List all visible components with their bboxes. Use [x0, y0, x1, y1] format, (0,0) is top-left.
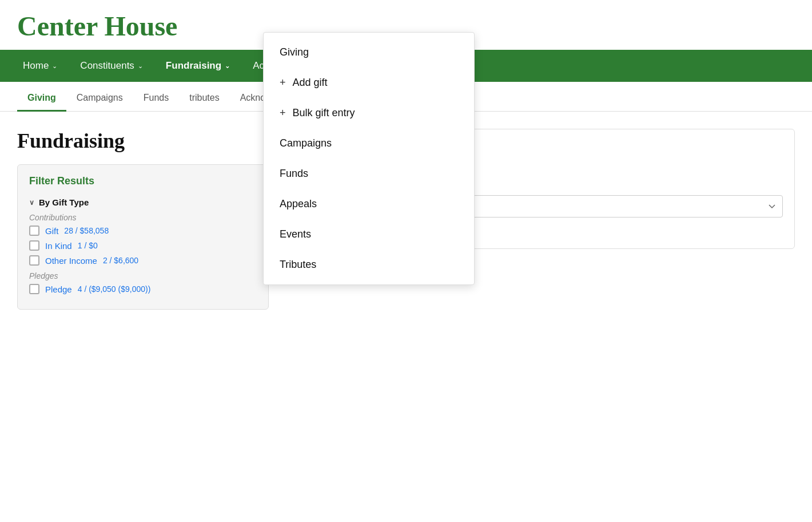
dropdown-bulk-gift-label: Bulk gift entry [293, 107, 355, 119]
dropdown-tributes-label: Tributes [280, 259, 316, 271]
tab-tributes[interactable]: tributes [179, 85, 229, 112]
chevron-down-icon: ∨ [29, 199, 34, 207]
nav-fundraising-label: Fundraising [166, 60, 221, 72]
tab-giving-label: Giving [27, 93, 56, 102]
filter-checkbox-gift[interactable] [29, 226, 39, 236]
dropdown-item-funds[interactable]: Funds [264, 159, 474, 189]
dropdown-item-add-gift[interactable]: + Add gift [264, 68, 474, 98]
tab-tributes-label: tributes [189, 93, 219, 102]
left-panel: Fundraising Filter Results ∨ By Gift Typ… [17, 129, 269, 310]
filter-other-income-label[interactable]: Other Income [45, 256, 97, 266]
filter-item-pledge: Pledge 4 / ($9,050 ($9,000)) [29, 284, 257, 294]
nav-constituents-label: Constituents [80, 60, 134, 72]
filter-pledge-label[interactable]: Pledge [45, 284, 72, 294]
nav-item-fundraising[interactable]: Fundraising ⌄ [154, 50, 241, 82]
nav-home-chevron: ⌄ [52, 62, 57, 70]
filter-checkbox-in-kind[interactable] [29, 240, 39, 251]
dropdown-events-label: Events [280, 228, 311, 240]
nav-constituents-chevron: ⌄ [138, 62, 143, 70]
filter-pledge-count: 4 / ($9,050 ($9,000)) [78, 284, 151, 294]
nav-home-label: Home [23, 60, 49, 72]
filter-item-other-income: Other Income 2 / $6,600 [29, 255, 257, 266]
filter-gift-count: 28 / $58,058 [64, 226, 109, 235]
filter-section-gift-type[interactable]: ∨ By Gift Type [29, 197, 257, 207]
filter-section-gift-type-label: By Gift Type [39, 197, 89, 207]
dropdown-item-events[interactable]: Events [264, 219, 474, 250]
dropdown-item-appeals[interactable]: Appeals [264, 189, 474, 219]
tab-funds-label: Funds [144, 93, 169, 102]
dropdown-item-bulk-gift[interactable]: + Bulk gift entry [264, 98, 474, 128]
dropdown-item-giving[interactable]: Giving [264, 37, 474, 68]
nav-fundraising-chevron: ⌄ [225, 62, 230, 70]
filter-category-pledges: Pledges [29, 271, 257, 280]
filter-item-in-kind: In Kind 1 / $0 [29, 240, 257, 251]
filter-in-kind-count: 1 / $0 [78, 241, 98, 250]
page-title: Fundraising [17, 129, 269, 153]
filter-category-contributions: Contributions [29, 213, 257, 222]
plus-icon-add-gift: + [280, 77, 286, 89]
tab-campaigns[interactable]: Campaigns [66, 85, 133, 112]
filter-other-income-count: 2 / $6,600 [103, 256, 138, 265]
nav-item-constituents[interactable]: Constituents ⌄ [69, 50, 154, 82]
filter-results-title: Filter Results [29, 175, 257, 187]
dropdown-item-campaigns[interactable]: Campaigns [264, 128, 474, 159]
tab-campaigns-label: Campaigns [77, 93, 123, 102]
filter-checkbox-pledge[interactable] [29, 284, 39, 294]
dropdown-item-tributes[interactable]: Tributes [264, 250, 474, 280]
plus-icon-bulk-gift: + [280, 107, 286, 119]
dropdown-campaigns-label: Campaigns [280, 137, 332, 149]
nav-item-home[interactable]: Home ⌄ [11, 50, 69, 82]
fundraising-dropdown: Giving + Add gift + Bulk gift entry Camp… [263, 32, 475, 285]
filter-gift-label[interactable]: Gift [45, 226, 58, 236]
dropdown-appeals-label: Appeals [280, 198, 317, 210]
dropdown-add-gift-label: Add gift [293, 77, 328, 89]
filter-panel: Filter Results ∨ By Gift Type Contributi… [17, 164, 269, 310]
tab-giving[interactable]: Giving [17, 85, 66, 112]
filter-item-gift: Gift 28 / $58,058 [29, 226, 257, 236]
dropdown-funds-label: Funds [280, 168, 308, 180]
filter-in-kind-label[interactable]: In Kind [45, 241, 72, 251]
dropdown-giving-label: Giving [280, 46, 309, 58]
tab-funds[interactable]: Funds [133, 85, 179, 112]
filter-checkbox-other-income[interactable] [29, 255, 39, 266]
